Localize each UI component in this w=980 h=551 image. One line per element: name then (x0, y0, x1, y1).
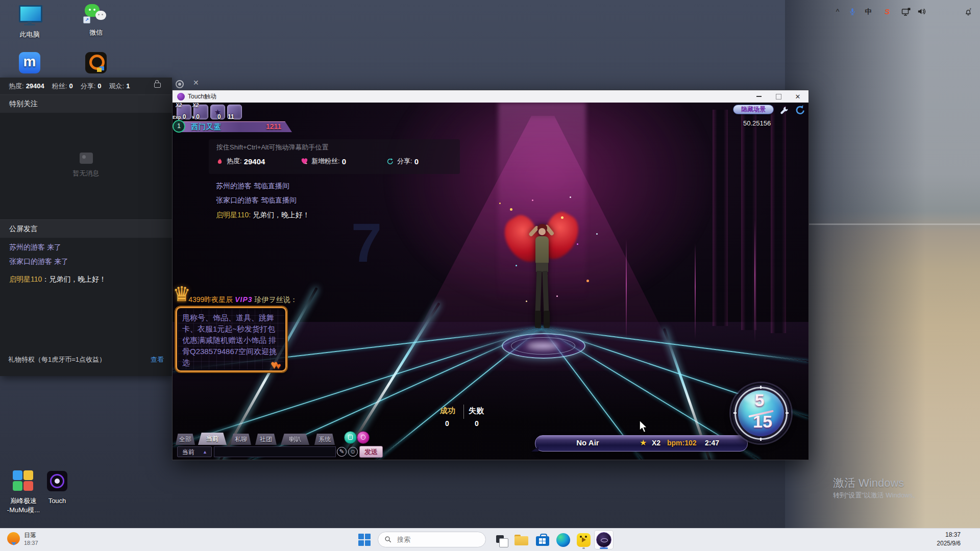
viewers-stat: 观众:1 (109, 82, 130, 91)
tray-notifications[interactable]: z (962, 0, 975, 23)
tab-guild[interactable]: 社团 (255, 434, 277, 445)
tab-current[interactable]: 当前 (198, 433, 227, 445)
desktop-icon-this-pc[interactable]: 此电脑 (4, 4, 55, 39)
window-title-bar[interactable]: Touch触动 ✕ (173, 90, 808, 103)
chat-lock-button[interactable] (344, 431, 357, 444)
search-box[interactable] (378, 532, 486, 547)
sunset-icon (7, 532, 20, 545)
mouse-cursor (638, 420, 649, 433)
send-button[interactable]: 发送 (359, 446, 383, 458)
chat-user-button[interactable] (357, 431, 370, 444)
desktop-icon-mumu[interactable]: m (4, 51, 55, 78)
song-bar: No Air ★ X2 bpm:102 2:47 (535, 435, 748, 452)
platform-glow (527, 342, 558, 349)
tray-volume[interactable] (915, 0, 928, 23)
tab-all[interactable]: 全部 (176, 434, 195, 445)
tray-microphone[interactable] (846, 0, 859, 23)
chat-input[interactable] (214, 446, 336, 457)
share-icon (386, 158, 394, 165)
empty-image-icon (80, 153, 93, 164)
hide-scene-button[interactable]: 隐藏场景 (733, 105, 774, 114)
close-button[interactable]: ✕ (788, 90, 807, 103)
game-scene: 7 (173, 103, 808, 460)
desktop-icon-recorder[interactable] (70, 51, 121, 78)
stage-light-line (754, 220, 755, 342)
danmaku-assistant-overlay[interactable]: 按住Shift+Ctrl+Alt可拖动弹幕助手位置 热度:29404 + 新增粉… (209, 139, 460, 174)
undo-icon[interactable] (794, 105, 805, 116)
round-progress-badge: 5 15 (731, 383, 791, 443)
minimize-icon (756, 96, 762, 97)
song-bpm: bpm:102 (667, 436, 697, 450)
stage-numeral: 7 (351, 211, 382, 274)
star-value: 0 (217, 113, 221, 120)
coin-value: ¥ 0 (192, 113, 200, 120)
tray-network[interactable] (899, 0, 913, 23)
counter-divider (463, 405, 464, 419)
wrench-icon[interactable] (779, 106, 789, 116)
weather-widget[interactable]: 日落 18:37 (7, 531, 38, 546)
svg-text:z: z (970, 7, 971, 10)
assist-fans-stat: + 新增粉丝:0 (301, 157, 346, 166)
tray-ime[interactable]: 中 (863, 0, 874, 23)
desktop-icon-wechat[interactable]: ↗ 微信 (70, 2, 121, 37)
taskbar-huya[interactable] (574, 530, 593, 549)
weather-time: 18:37 (24, 540, 38, 546)
assist-heat-stat: 热度:29404 (216, 157, 265, 166)
gift-view-link[interactable]: 查看 (151, 355, 164, 364)
chat-line: 苏州的游客 驾临直播间 (216, 182, 289, 191)
rounds-total: 15 (734, 412, 791, 432)
tab-system[interactable]: 系统 (314, 434, 335, 445)
minimize-button[interactable] (749, 90, 769, 103)
chat-line: 苏州的游客 来了 (0, 238, 172, 255)
tab-horn[interactable]: 喇叭 (281, 434, 309, 445)
taskbar-file-explorer[interactable] (511, 530, 531, 549)
taskbar-edge[interactable] (553, 530, 573, 549)
vip-message-text: 甩称号、饰品、道具、跳舞卡、衣服1元起~秒发货打包优惠满减随机赠送小饰品 排骨Q… (182, 312, 280, 366)
share-stat: 分享:0 (81, 82, 102, 91)
fail-value: 0 (475, 419, 479, 428)
shortcut-arrow-icon: ↗ (83, 16, 90, 23)
window-title: Touch触动 (188, 92, 216, 101)
pen-icon[interactable]: ✎ (337, 447, 347, 457)
heat-stat: 热度:29404 (9, 82, 44, 91)
tray-date: 2025/9/6 (932, 539, 961, 548)
start-button[interactable] (358, 534, 371, 546)
star-icon: ★ (640, 436, 647, 450)
exp-value: Exp 0 (173, 113, 186, 120)
tab-private[interactable]: 私聊 (231, 434, 251, 445)
desktop-icon-touch[interactable]: Touch (34, 469, 81, 505)
chat-line: 张家口的游客 来了 (0, 255, 172, 269)
record-icon[interactable] (176, 80, 184, 88)
lock-icon[interactable] (154, 83, 161, 88)
close-icon[interactable]: ✕ (193, 79, 199, 87)
taskbar-store[interactable] (533, 530, 552, 549)
x2-multiplier: X2 (176, 103, 182, 108)
close-icon: ✕ (795, 93, 801, 101)
activation-watermark-subtitle: 转到“设置”以激活 Windows。 (833, 491, 919, 500)
smiley-icon[interactable]: ☺ (348, 447, 358, 457)
channel-selector[interactable]: 当前 ▲ (177, 446, 212, 457)
desktop-icon-label: 微信 (70, 28, 121, 37)
tray-sogou[interactable]: S (881, 0, 893, 23)
rounds-current: 5 (731, 390, 788, 410)
section-special-follow: 特别关注 (0, 94, 172, 113)
maximize-button[interactable] (769, 90, 788, 103)
taskbar-touch-active[interactable] (594, 530, 614, 549)
game-window: Touch触动 ✕ 7 (172, 90, 809, 460)
bell-icon: z (963, 7, 973, 17)
public-chat-list: 苏州的游客 来了 张家口的游客 来了 启明星110：兄弟们，晚上好！ (0, 238, 172, 287)
success-label: 成功 (440, 406, 455, 416)
assist-share-stat: 分享:0 (386, 157, 419, 166)
task-view-icon (492, 532, 507, 547)
taskbar-task-view[interactable] (490, 530, 509, 549)
hearts-icon: ♥♥ (271, 358, 281, 372)
gift-privilege-row: 礼物特权（每1虎牙币=1点收益） 查看 (0, 352, 172, 367)
active-indicator (600, 547, 608, 549)
song-time: 2:47 (705, 436, 719, 450)
stage-pillar (713, 110, 728, 326)
tray-chevron-up[interactable]: ^ (832, 0, 843, 23)
search-input[interactable] (396, 535, 475, 544)
stream-stats-bar: 热度:29404 粉丝:0 分享:0 观众:1 (0, 78, 172, 94)
desktop-icon-label: Touch (34, 497, 81, 505)
tray-clock[interactable]: 18:37 2025/9/6 (932, 531, 961, 548)
